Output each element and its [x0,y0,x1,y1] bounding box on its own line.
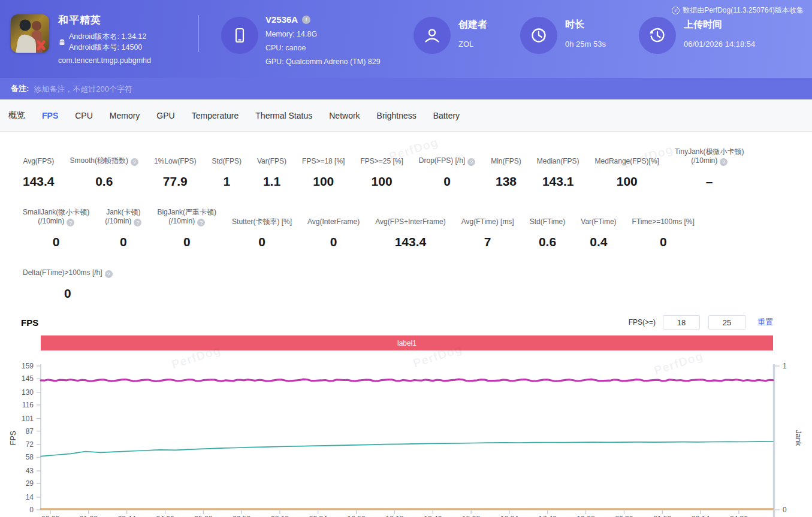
device-info: V2536A i Memory: 14.8G CPU: canoe GPU: Q… [265,14,381,66]
help-icon[interactable]: ? [105,270,113,278]
tab-fps[interactable]: FPS [34,111,67,120]
tab-overview[interactable]: 概览 [0,110,34,121]
stat-value: 0 [632,235,695,249]
duration-label: 时长 [565,19,606,31]
svg-text:101: 101 [22,415,34,423]
stat-label: MedRange(FPS)[%] [595,157,659,165]
app-info: 和平精英 Android版本名: 1.34.12 Android版本号: 145… [58,13,151,65]
stat-var-fps: Var(FPS)1.1 [257,157,286,189]
svg-text:09:34: 09:34 [309,515,327,517]
upload-label: 上传时间 [684,19,755,31]
stat-value: 100 [360,174,403,189]
stat-label: Avg(InterFrame) [307,217,360,226]
fps-threshold-input-1[interactable] [663,315,700,329]
stat-label: Std(FPS) [212,157,242,165]
svg-text:01:22: 01:22 [80,515,98,517]
tab-temperature[interactable]: Temperature [183,111,247,120]
stat-value: 0.4 [581,235,616,249]
stat-label: FPS>=18 [%] [302,157,345,165]
stat-fps-ge-18: FPS>=18 [%]100 [302,157,345,189]
stat-value: 0 [23,286,113,301]
tab-thermal-status[interactable]: Thermal Status [247,111,321,120]
svg-text:116: 116 [22,401,34,409]
help-icon[interactable]: ? [720,158,728,166]
tab-network[interactable]: Network [321,111,368,120]
stat-drop-fps: Drop(FPS) [/h]?0 [419,156,475,189]
svg-text:10:56: 10:56 [348,515,366,517]
help-icon[interactable]: ? [134,219,141,226]
svg-text:00:00: 00:00 [41,515,59,517]
svg-text:87: 87 [26,427,34,436]
svg-text:20:30: 20:30 [615,515,633,517]
duration-icon [520,17,557,54]
stat-label: TinyJank(极微小卡顿) (/10min) [675,147,744,165]
android-version: Android版本名: 1.34.12 [69,31,146,42]
chart-title: FPS [21,318,38,328]
tab-cpu[interactable]: CPU [67,111,101,120]
stat-low1pct: 1%Low(FPS)77.9 [154,157,197,189]
stat-value: 100 [595,174,659,189]
stat-jank: Jank(卡顿) (/10min)?0 [105,208,141,249]
stat-label: Avg(FPS) [23,157,54,165]
collect-note: i 数据由PerfDog(11.3.250764)版本收集 [672,5,804,16]
clock-icon [529,26,548,45]
fps-tab-content: Avg(FPS)143.4Smooth(稳帧指数)?0.61%Low(FPS)7… [0,132,812,517]
stat-value: 1.1 [257,174,286,189]
fps-chart-container[interactable]: 01429435872871011161301451590100:0001:22… [0,358,812,517]
stat-label: FTime>=100ms [%] [632,217,695,226]
stat-label: Var(FPS) [257,157,286,165]
tab-memory[interactable]: Memory [101,111,149,120]
tab-brightness[interactable]: Brightness [369,111,425,120]
android-build: Android版本号: 14500 [69,42,146,53]
note-input[interactable] [34,84,405,93]
help-icon[interactable]: ? [467,158,475,166]
help-icon[interactable]: ? [197,219,205,226]
note-bar: 备注: [0,78,812,99]
stat-value: 0.6 [70,174,138,189]
help-icon[interactable]: ? [67,219,74,226]
android-icon [58,38,66,46]
svg-text:FPS: FPS [9,431,17,445]
device-icon [221,17,258,54]
creator-icon [413,17,451,54]
reset-button[interactable]: 重置 [757,317,773,328]
stat-avg-fps: Avg(FPS)143.4 [23,157,55,189]
stat-label: Stutter(卡顿率) [%] [232,217,292,226]
svg-text:23:14: 23:14 [692,515,710,517]
tab-battery[interactable]: Battery [425,111,468,120]
stat-label: Std(FTime) [530,217,566,226]
svg-text:04:06: 04:06 [156,515,174,517]
device-info-icon[interactable]: i [302,16,310,24]
stat-avg-ftime: Avg(FTime) [ms]7 [461,217,514,249]
stat-value: – [675,174,744,189]
stat-bigjank: BigJank(严重卡顿) (/10min)?0 [157,208,216,249]
stat-label: BigJank(严重卡顿) (/10min) [157,208,216,225]
svg-text:72: 72 [26,440,34,449]
tab-gpu[interactable]: GPU [148,111,183,120]
fps-section-header: FPS FPS(>=) 重置 [21,309,773,335]
stat-label: Var(FTime) [581,217,616,226]
stat-label: Min(FPS) [491,157,521,165]
stats-row: SmallJank(微小卡顿) (/10min)?0Jank(卡顿) (/10m… [23,208,812,249]
stat-value: 143.4 [375,235,445,249]
stats-row: Avg(FPS)143.4Smooth(稳帧指数)?0.61%Low(FPS)7… [23,147,812,189]
svg-text:12:18: 12:18 [385,515,403,517]
stat-value: 100 [302,174,345,189]
svg-text:13:40: 13:40 [424,515,442,517]
series-secondary [41,442,773,456]
fps-chart[interactable]: 01429435872871011161301451590100:0001:22… [0,358,812,517]
svg-text:0: 0 [29,506,34,514]
stat-fps-ge-25: FPS>=25 [%]100 [360,157,403,189]
stat-label: Avg(FPS+InterFrame) [375,217,445,226]
fps-threshold-controls: FPS(>=) 重置 [629,315,773,329]
stat-std-fps: Std(FPS)1 [212,157,242,189]
fps-threshold-input-2[interactable] [708,315,745,329]
stat-value: 0 [307,235,360,249]
tab-bar: 概览FPSCPUMemoryGPUTemperatureThermal Stat… [0,99,812,132]
series-fps [41,379,773,381]
stat-tinyjank: TinyJank(极微小卡顿) (/10min)?– [675,147,744,189]
help-icon[interactable]: ? [131,158,138,166]
stat-avg-fps-interframe: Avg(FPS+InterFrame)143.4 [375,217,445,249]
stat-var-ftime: Var(FTime)0.4 [581,217,616,249]
stat-median-fps: Median(FPS)143.1 [537,157,579,189]
